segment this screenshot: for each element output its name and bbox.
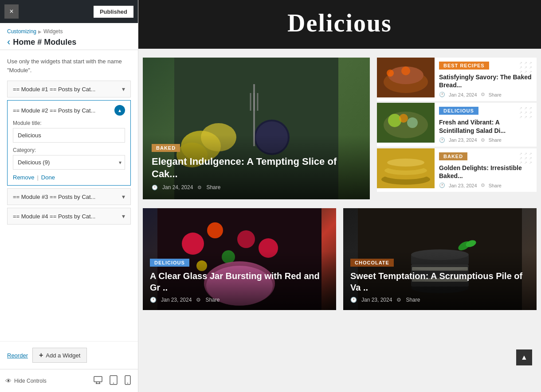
featured-post[interactable]: BAKED Elegant Indulgence: A Tempting Sli… — [143, 58, 370, 199]
tablet-icon — [110, 379, 118, 386]
bottom-post-0-badge: DELICIOUS — [150, 259, 189, 267]
side-post-0-date: Jan 24, 2024 — [449, 92, 477, 97]
side-post-1[interactable]: DELICIOUS Fresh and Vibrant: A Scintilla… — [377, 103, 537, 146]
svg-point-5 — [113, 383, 114, 384]
device-icons — [92, 373, 133, 388]
side-post-0[interactable]: BEST RECIPES Satisfyingly Savory: The Ba… — [377, 58, 537, 101]
side-post-1-meta: 🕐 Jan 23, 2024 ⚙ Share — [439, 137, 532, 143]
module-1-header: == Module #1 == Posts by Cat... ▾ — [13, 85, 125, 93]
bottom-post-0[interactable]: DELICIOUS A Clear Glass Jar Bursting wit… — [143, 208, 336, 310]
share-icon: ⚙ — [481, 182, 485, 188]
category-field-label: Category: — [13, 147, 125, 153]
bottom-post-1-image: CHOCOLATE Sweet Temptation: A Scrumptiou… — [343, 208, 537, 310]
side-post-0-meta: 🕐 Jan 24, 2024 ⚙ Share — [439, 92, 532, 97]
module-3-toggle[interactable]: ▾ — [122, 193, 125, 200]
category-select[interactable]: Delicious (9) — [13, 155, 125, 170]
chevron-down-icon: ▾ — [122, 193, 125, 200]
mobile-device-button[interactable] — [123, 373, 133, 388]
close-button[interactable]: × — [4, 4, 19, 19]
module-3-header: == Module #3 == Posts by Cat... ▾ — [13, 193, 125, 200]
side-post-0-title: Satisfyingly Savory: The Baked Bread... — [439, 73, 532, 89]
side-post-2-meta: 🕐 Jan 23, 2024 ⚙ Share — [439, 182, 532, 188]
featured-badge: BAKED — [152, 144, 180, 152]
module-2-fields: Module title: Category: Delicious (9) ▾ … — [13, 120, 125, 181]
module-1-row[interactable]: == Module #1 == Posts by Cat... ▾ — [7, 81, 131, 97]
side-post-1-badge: DELICIOUS — [439, 107, 478, 115]
add-widget-button[interactable]: + Add a Widget — [32, 348, 87, 363]
reorder-button[interactable]: Reorder — [7, 352, 28, 359]
panel-title: Home # Modules — [13, 38, 76, 47]
svg-rect-0 — [94, 376, 102, 382]
category-select-wrapper: Delicious (9) ▾ — [13, 155, 125, 170]
tablet-device-button[interactable] — [108, 373, 119, 388]
back-button[interactable]: ‹ — [7, 36, 10, 48]
chevron-down-icon: ▾ — [122, 213, 125, 220]
bottom-posts: DELICIOUS A Clear Glass Jar Bursting wit… — [138, 208, 541, 319]
published-button[interactable]: Published — [94, 6, 133, 18]
svg-point-22 — [401, 66, 410, 75]
breadcrumb-separator: ▶ — [38, 29, 42, 34]
side-post-0-badge: BEST RECIPES — [439, 62, 489, 70]
hint-text: Use only the widgets that start with the… — [7, 57, 131, 74]
module-1-toggle[interactable]: ▾ — [122, 85, 125, 93]
corner-arrows-2: ↗↗↗ ↗↗↗ ↗↗↗ — [519, 152, 533, 165]
svg-point-25 — [388, 114, 401, 127]
side-post-2[interactable]: BAKED Golden Delights: Irresistible Bake… — [377, 148, 537, 192]
preview-area: Delicious — [138, 0, 541, 392]
svg-point-33 — [387, 159, 424, 167]
module-4-label: == Module #4 == Posts by Cat... — [13, 213, 122, 220]
bottom-post-0-image: DELICIOUS A Clear Glass Jar Bursting wit… — [143, 208, 336, 310]
svg-point-27 — [399, 114, 408, 123]
share-icon: ⚙ — [396, 297, 401, 303]
clock-icon: 🕐 — [152, 185, 158, 190]
svg-point-26 — [407, 117, 418, 128]
scroll-top-button[interactable]: ▲ — [516, 349, 532, 365]
done-link[interactable]: Done — [41, 174, 55, 181]
module-3-row[interactable]: == Module #3 == Posts by Cat... ▾ — [7, 188, 131, 205]
svg-point-7 — [127, 383, 128, 384]
left-panel: × Published Customizing ▶ Widgets ‹ Home… — [0, 0, 138, 392]
bottom-controls: 👁 Hide Controls — [0, 369, 138, 392]
remove-link[interactable]: Remove — [13, 174, 34, 181]
featured-date: Jan 24, 2024 — [162, 184, 193, 190]
featured-image: BAKED Elegant Indulgence: A Tempting Sli… — [143, 58, 370, 199]
module-4-toggle[interactable]: ▾ — [122, 213, 125, 220]
bottom-post-1-title: Sweet Temptation: A Scrumptious Pile of … — [350, 270, 529, 293]
side-post-2-share: Share — [489, 183, 502, 188]
bottom-post-1[interactable]: CHOCOLATE Sweet Temptation: A Scrumptiou… — [343, 208, 537, 310]
panel-body: Use only the widgets that start with the… — [0, 50, 138, 341]
clock-icon: 🕐 — [439, 137, 445, 143]
share-icon: ⚙ — [197, 185, 202, 190]
module-2-toggle[interactable]: ▴ — [114, 105, 125, 116]
module-4-header: == Module #4 == Posts by Cat... ▾ — [13, 213, 125, 220]
bottom-post-0-meta: 🕐 Jan 23, 2024 ⚙ Share — [150, 297, 329, 303]
module-2-row[interactable]: == Module #2 == Posts by Cat... ▴ Module… — [7, 100, 131, 186]
bottom-post-0-title: A Clear Glass Jar Bursting with Red and … — [150, 270, 329, 293]
bottom-post-0-overlay: DELICIOUS A Clear Glass Jar Bursting wit… — [143, 251, 336, 310]
bottom-post-1-date: Jan 23, 2024 — [361, 297, 392, 303]
customizing-link[interactable]: Customizing — [7, 28, 36, 35]
svg-point-37 — [237, 230, 255, 248]
clock-icon: 🕐 — [350, 297, 357, 303]
module-3-label: == Module #3 == Posts by Cat... — [13, 194, 122, 200]
site-header: Delicious — [138, 0, 541, 49]
chevron-down-icon: ▾ — [122, 85, 125, 93]
module-2-label: == Module #2 == Posts by Cat... — [13, 107, 114, 114]
hide-controls-button[interactable]: 👁 Hide Controls — [5, 377, 47, 384]
side-post-1-share: Share — [489, 137, 502, 143]
bottom-post-1-share: Share — [406, 297, 420, 303]
desktop-device-button[interactable] — [92, 373, 104, 388]
breadcrumb-bar: Customizing ▶ Widgets ‹ Home # Modules — [0, 23, 138, 50]
module-title-input[interactable] — [13, 128, 125, 143]
module-2-header: == Module #2 == Posts by Cat... ▴ — [13, 105, 125, 116]
side-post-2-thumb — [377, 148, 435, 188]
module-4-row[interactable]: == Module #4 == Posts by Cat... ▾ — [7, 208, 131, 225]
svg-point-36 — [207, 222, 223, 238]
side-post-0-share: Share — [489, 92, 502, 97]
share-icon: ⚙ — [481, 137, 485, 143]
eye-icon: 👁 — [5, 377, 12, 384]
title-field-label: Module title: — [13, 120, 125, 126]
panel-footer: Reorder + Add a Widget — [0, 341, 138, 369]
side-post-1-thumb — [377, 103, 435, 143]
featured-title: Elegant Indulgence: A Tempting Slice of … — [152, 155, 361, 181]
